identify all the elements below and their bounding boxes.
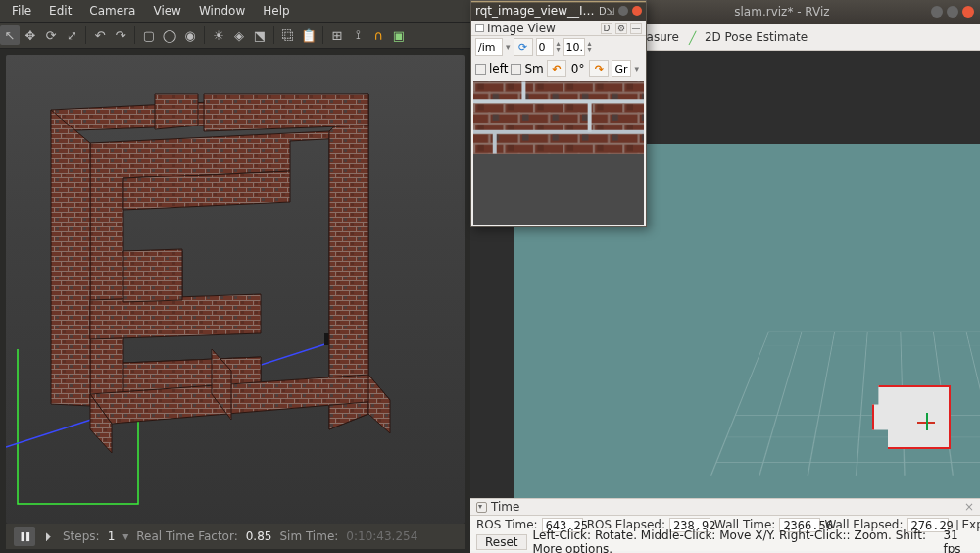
tool-rotate[interactable]: ⟳ (41, 25, 61, 45)
tool-redo[interactable]: ↷ (111, 25, 130, 45)
rviz-title-right: slam.rviz* - RViz (734, 5, 829, 19)
tool-cylinder[interactable]: ◉ (180, 25, 200, 45)
arrow-icon (689, 31, 701, 43)
iv-close-icon[interactable] (632, 6, 642, 16)
gazebo-3d-viewport[interactable] (6, 55, 465, 524)
toolbar-sep (85, 26, 86, 44)
menu-window[interactable]: Window (191, 2, 253, 20)
rtf-label: Real Time Factor: (136, 529, 237, 543)
tool-spotlight[interactable]: ◈ (229, 25, 249, 45)
tool-box[interactable]: ▢ (139, 25, 159, 45)
image-view-subheader: Image View D ⚙ — (471, 21, 646, 36)
image-view-row-2: left Sm ↶ 0° ↷ Gr ▾ (471, 58, 646, 79)
menu-edit[interactable]: Edit (41, 2, 79, 20)
topic-field[interactable]: /im (475, 38, 503, 56)
settings-small-icon[interactable]: ⚙ (615, 23, 627, 34)
num-field[interactable]: 0 (536, 38, 554, 56)
simtime-label: Sim Time: (279, 529, 338, 543)
left-checkbox[interactable] (475, 64, 486, 75)
window-maximize-icon[interactable] (947, 6, 958, 18)
menu-camera[interactable]: Camera (81, 2, 143, 20)
gazebo-window: File Edit Camera View Window Help ↖ ✥ ⟳ … (0, 0, 470, 553)
gazebo-scene-svg (6, 55, 465, 524)
tool-arrow[interactable]: ↖ (0, 25, 20, 45)
panel-toggle-icon[interactable] (476, 502, 487, 513)
menu-file[interactable]: File (4, 2, 39, 20)
rviz-status-bar: Reset Left-Click: Rotate. Middle-Click: … (470, 533, 980, 551)
step-fwd-icon[interactable]: ▾ (122, 529, 128, 543)
rtf-value: 0.85 (246, 529, 272, 543)
rviz-occupancy-map (872, 385, 951, 449)
step-back-icon[interactable]: ⏵ (43, 529, 55, 543)
tool-scale[interactable]: ⤢ (62, 25, 81, 45)
tool-paste[interactable]: 📋 (299, 25, 318, 45)
zoom-field[interactable]: 10. (564, 38, 585, 56)
detach-small-icon[interactable]: D (601, 23, 612, 34)
tool-move[interactable]: ✥ (21, 25, 40, 45)
svg-marker-20 (368, 375, 390, 433)
iv-minimize-icon[interactable] (618, 6, 628, 16)
minus-small-icon[interactable]: — (630, 23, 642, 34)
rotate-ccw-button[interactable]: ↶ (547, 60, 566, 77)
reset-button[interactable]: Reset (476, 534, 527, 550)
refresh-button[interactable]: ⟳ (514, 38, 533, 56)
window-close-icon[interactable] (962, 6, 974, 18)
toolbar-sep (134, 26, 135, 44)
svg-marker-15 (123, 249, 182, 302)
gazebo-toolbar: ↖ ✥ ⟳ ⤢ ↶ ↷ ▢ ◯ ◉ ☀ ◈ ⬔ ⿻ 📋 ⊞ ⟟ ∩ ▣ (0, 22, 470, 49)
svg-marker-10 (51, 110, 90, 406)
window-minimize-icon[interactable] (931, 6, 943, 18)
topic-dropdown-icon[interactable]: ▾ (506, 42, 511, 52)
svg-marker-17 (155, 94, 198, 129)
steps-value: 1 (108, 529, 116, 543)
rotate-cw-button[interactable]: ↷ (589, 60, 609, 77)
image-view-canvas[interactable] (473, 81, 644, 225)
sm-label: Sm (524, 62, 543, 75)
image-view-row-1: /im ▾ ⟳ 0 ▴▾ 10. ▴▾ (471, 36, 646, 58)
time-panel-title: Time (491, 500, 519, 514)
detach-icon[interactable]: D⇲ (599, 6, 614, 17)
left-label: left (489, 62, 508, 75)
zoom-stepper-icon[interactable]: ▴▾ (588, 41, 592, 53)
mouse-hint-text: Left-Click: Rotate. Middle-Click: Move X… (533, 528, 938, 553)
ros-time-label: ROS Time: (476, 518, 538, 531)
tool-pointlight[interactable]: ☀ (209, 25, 228, 45)
svg-rect-23 (473, 81, 644, 154)
laser-scan-outline (872, 385, 951, 449)
image-view-sub-label: Image View (487, 22, 556, 35)
tf-axes-icon (917, 413, 935, 430)
toolbar-sep (322, 26, 323, 44)
tool-tape[interactable]: ⟟ (348, 25, 368, 45)
image-view-title: rqt_image_view__ImageV… (475, 4, 595, 18)
gr-dropdown-icon[interactable]: ▾ (634, 64, 639, 74)
steps-label: Steps: (63, 529, 100, 543)
toolbar-sep (273, 26, 274, 44)
tool-undo[interactable]: ↶ (90, 25, 110, 45)
tool-dirlight[interactable]: ⬔ (250, 25, 270, 45)
camera-image (473, 81, 644, 154)
simtime-value: 0:10:43.254 (346, 529, 417, 543)
panel-close-icon[interactable]: × (964, 500, 974, 514)
pause-button[interactable] (14, 527, 35, 546)
tool-sphere[interactable]: ◯ (160, 25, 179, 45)
menu-help[interactable]: Help (255, 2, 297, 20)
tool-copy[interactable]: ⿻ (278, 25, 298, 45)
gazebo-status-bar: ⏵ Steps: 1 ▾ Real Time Factor: 0.85 Sim … (6, 524, 465, 549)
rviz-time-panel-header[interactable]: Time × (470, 498, 980, 516)
num-stepper-icon[interactable]: ▴▾ (557, 41, 561, 53)
deg-label: 0° (569, 62, 587, 75)
tool-2d-pose-estimate[interactable]: 2D Pose Estimate (689, 30, 808, 44)
svg-marker-13 (90, 294, 261, 339)
menu-view[interactable]: View (145, 2, 188, 20)
fps-readout: 31 fps (943, 528, 974, 553)
gr-field[interactable]: Gr (612, 60, 631, 77)
dock-icon[interactable] (475, 24, 484, 32)
rqt-image-view-window[interactable]: rqt_image_view__ImageV… D⇲ Image View D … (470, 0, 647, 227)
tool-screenshot-icon[interactable]: ▣ (389, 25, 409, 45)
image-view-titlebar[interactable]: rqt_image_view__ImageV… D⇲ (471, 1, 646, 21)
tool-snap[interactable]: ⊞ (327, 25, 347, 45)
tool-magnet-icon[interactable]: ∩ (368, 25, 388, 45)
gazebo-menubar: File Edit Camera View Window Help (0, 0, 470, 22)
svg-marker-16 (204, 94, 368, 131)
sm-checkbox[interactable] (511, 64, 521, 75)
